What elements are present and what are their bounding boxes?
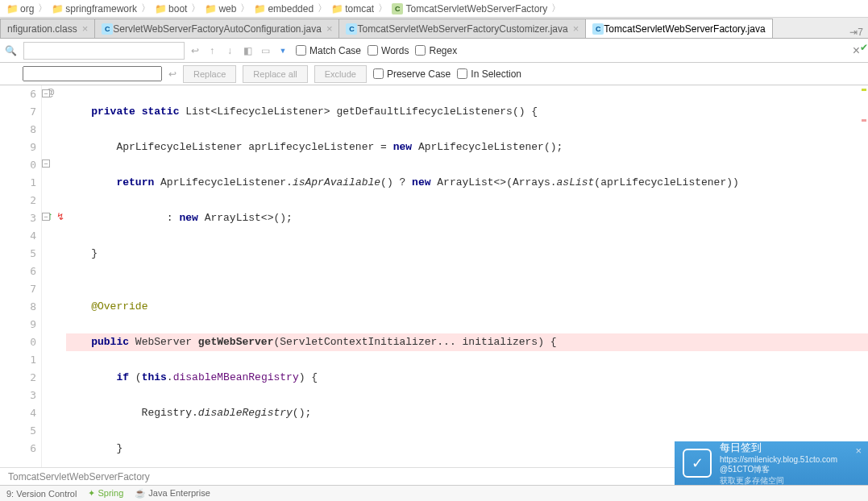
error-stripe[interactable]: ✔: [860, 39, 868, 440]
fold-toggle-icon[interactable]: −: [42, 89, 50, 97]
search-input[interactable]: [23, 42, 185, 60]
select-all-icon[interactable]: ◧: [241, 44, 254, 57]
history-icon[interactable]: ↩: [168, 68, 177, 80]
breadcrumb-item-boot[interactable]: 📁boot: [152, 3, 190, 14]
package-icon: 📁: [254, 3, 265, 14]
breadcrumb: 📁org〉 📁springframework〉 📁boot〉 📁web〉 📁em…: [0, 0, 868, 18]
marker[interactable]: [862, 119, 866, 122]
breadcrumb-item-embedded[interactable]: 📁embedded: [251, 3, 317, 14]
replace-input[interactable]: [23, 66, 162, 81]
popup-title: 每日签到: [720, 441, 860, 455]
replace-all-button[interactable]: Replace all: [243, 65, 307, 83]
editor-tabs: nfiguration.class× CServletWebServerFact…: [0, 18, 868, 39]
in-selection-checkbox[interactable]: In Selection: [457, 68, 521, 80]
java-file-icon: C: [346, 23, 357, 35]
tab-overflow-indicator[interactable]: ⇥7: [845, 27, 868, 38]
override-down-icon[interactable]: ↯: [56, 211, 64, 222]
java-enterprise-tab[interactable]: ☕ Java Enterprise: [135, 488, 210, 499]
chevron-right-icon: 〉: [140, 2, 152, 15]
code-area[interactable]: private static List<LifecycleListener> g…: [66, 85, 868, 487]
arrow-down-icon[interactable]: ↓: [223, 44, 236, 57]
close-icon[interactable]: ×: [855, 445, 862, 457]
chevron-right-icon: 〉: [190, 2, 201, 15]
package-icon: 📁: [155, 3, 166, 14]
fold-toggle-icon[interactable]: −: [42, 213, 50, 221]
tab-nfiguration[interactable]: nfiguration.class×: [0, 19, 95, 38]
exclude-button[interactable]: Exclude: [314, 65, 367, 83]
version-control-tab[interactable]: 9: Version Control: [6, 489, 77, 499]
fold-toggle-icon[interactable]: −: [42, 159, 50, 168]
java-file-icon: C: [592, 23, 604, 35]
tab-tomcatservletwebserverfactorycustomizer[interactable]: CTomcatServletWebServerFactoryCustomizer…: [338, 19, 586, 38]
match-case-checkbox[interactable]: Match Case: [296, 45, 361, 56]
status-ok-icon: ✔: [860, 42, 868, 53]
chevron-right-icon: 〉: [377, 2, 388, 15]
close-icon[interactable]: ×: [82, 23, 89, 35]
tab-servletwebserverfactoryautoconfiguration[interactable]: CServletWebServerFactoryAutoConfiguratio…: [94, 19, 339, 38]
search-icon: 🔍: [5, 45, 17, 56]
words-checkbox[interactable]: Words: [368, 45, 409, 56]
preserve-case-checkbox[interactable]: Preserve Case: [373, 68, 451, 80]
java-file-icon: C: [102, 23, 113, 35]
gutter-marks: @ ⬆ ↯ − − −: [42, 85, 66, 487]
close-icon[interactable]: ×: [326, 23, 333, 35]
package-icon: 📁: [205, 3, 216, 14]
line-number-gutter: 678901234567890123456: [0, 85, 42, 487]
chevron-right-icon: 〉: [239, 2, 251, 15]
breadcrumb-item-web[interactable]: 📁web: [201, 3, 239, 14]
search-toolbar: 🔍 ↩ ↑ ↓ ◧ ▭ ▼ Match Case Words Regex ×: [0, 39, 868, 63]
chevron-right-icon: 〉: [550, 2, 562, 15]
package-icon: 📁: [6, 3, 18, 14]
arrow-up-icon[interactable]: ↑: [206, 44, 218, 57]
add-selection-icon[interactable]: ▭: [259, 44, 272, 57]
breadcrumb-item-class[interactable]: C TomcatServletWebServerFactory: [388, 3, 550, 14]
chevron-right-icon: 〉: [37, 2, 48, 15]
breadcrumb-item-tomcat[interactable]: 📁tomcat: [328, 3, 377, 14]
breadcrumb-item-springframework[interactable]: 📁springframework: [48, 3, 140, 14]
filter-icon[interactable]: ▼: [276, 44, 289, 57]
status-text: TomcatServletWebServerFactory: [8, 471, 150, 482]
package-icon: 📁: [331, 3, 343, 14]
chevron-right-icon: 〉: [317, 2, 328, 15]
breadcrumb-item-org[interactable]: 📁org: [3, 3, 37, 14]
class-icon: C: [392, 3, 403, 14]
replace-toolbar: ↩ Replace Replace all Exclude Preserve C…: [0, 63, 868, 85]
history-icon[interactable]: ↩: [191, 45, 199, 56]
tool-window-bar: 9: Version Control ✦ Spring ☕ Java Enter…: [0, 485, 868, 501]
spring-tab[interactable]: ✦ Spring: [88, 488, 123, 499]
replace-button[interactable]: Replace: [183, 65, 236, 83]
notification-popup[interactable]: ✓ 每日签到 https://smilenicky.blog.51cto.com…: [675, 441, 868, 485]
code-editor[interactable]: 678901234567890123456 @ ⬆ ↯ − − − privat…: [0, 85, 868, 487]
marker[interactable]: [862, 89, 866, 91]
package-icon: 📁: [52, 3, 63, 14]
close-icon[interactable]: ×: [573, 23, 579, 35]
regex-checkbox[interactable]: Regex: [415, 45, 457, 56]
tab-tomcatservletwebserverfactory[interactable]: CTomcatServletWebServerFactory.java: [585, 19, 772, 38]
checkin-icon: ✓: [683, 449, 712, 478]
